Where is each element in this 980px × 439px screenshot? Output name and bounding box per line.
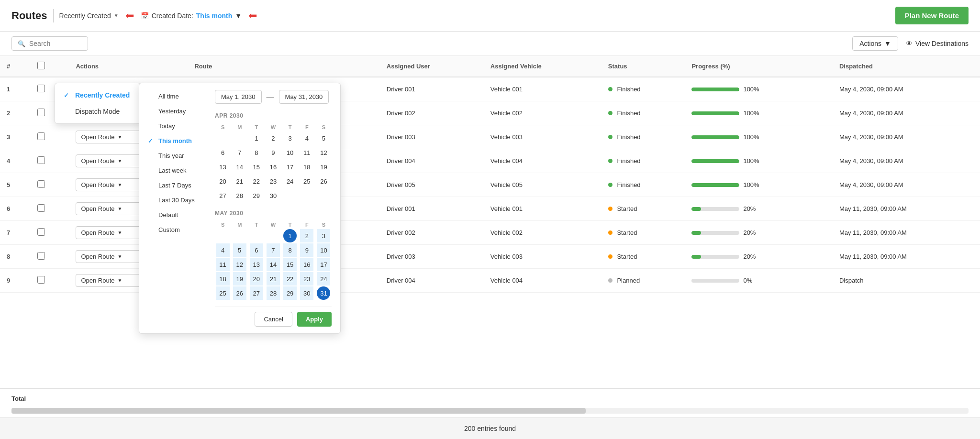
cal-day-cell[interactable]: 9: [267, 146, 280, 159]
sort-dropdown[interactable]: Recently Created ▼: [59, 12, 119, 20]
cal-day-cell[interactable]: 5: [317, 132, 330, 145]
row-dispatched: May 4, 2030, 09:00 AM: [833, 101, 980, 125]
cal-day-cell[interactable]: 21: [267, 272, 280, 285]
cal-day-cell[interactable]: 3: [283, 132, 297, 145]
row-checkbox[interactable]: [37, 85, 45, 92]
cal-day-cell[interactable]: 5: [233, 243, 246, 257]
date-option-last-week[interactable]: Last week: [139, 163, 206, 178]
search-box[interactable]: 🔍: [11, 36, 88, 51]
date-option-this-year[interactable]: This year: [139, 148, 206, 163]
cal-day-cell[interactable]: 4: [216, 243, 230, 257]
sort-menu-item-recently-created[interactable]: ✓ Recently Created: [55, 87, 140, 103]
cal-day-cell[interactable]: 26: [317, 175, 330, 188]
cal-day-cell[interactable]: 23: [300, 272, 313, 285]
cal-day-cell[interactable]: 21: [233, 175, 246, 188]
cal-day-cell[interactable]: 8: [250, 146, 263, 159]
cal-day-cell[interactable]: 15: [283, 258, 297, 271]
cal-day-cell[interactable]: 1: [250, 132, 263, 145]
date-option-all-time[interactable]: All time: [139, 89, 206, 104]
cal-day-cell[interactable]: 2: [300, 229, 313, 242]
cal-day-cell[interactable]: 24: [317, 272, 330, 285]
cal-day-cell[interactable]: 7: [267, 243, 280, 257]
plan-route-button[interactable]: Plan New Route: [895, 7, 969, 24]
cal-day-cell[interactable]: 14: [267, 258, 280, 271]
cal-day-cell[interactable]: 11: [300, 146, 313, 159]
date-range-separator: —: [267, 93, 274, 101]
cal-day-cell[interactable]: 10: [283, 146, 297, 159]
calendar-apply-button[interactable]: Apply: [297, 312, 332, 327]
cal-day-cell[interactable]: 12: [233, 258, 246, 271]
cal-day-cell[interactable]: 19: [233, 272, 246, 285]
cal-day-cell[interactable]: 15: [250, 160, 263, 174]
date-option-last-7-days[interactable]: Last 7 Days: [139, 178, 206, 193]
cal-day-cell[interactable]: 10: [317, 243, 330, 257]
cal-day-cell[interactable]: 23: [267, 175, 280, 188]
day-header-s1: S: [215, 123, 231, 132]
row-checkbox[interactable]: [37, 180, 45, 188]
cal-day-cell[interactable]: 17: [283, 160, 297, 174]
cal-day-cell[interactable]: 22: [283, 272, 297, 285]
cal-day-cell[interactable]: 18: [300, 160, 313, 174]
cal-day-cell[interactable]: 22: [250, 175, 263, 188]
cal-day-cell[interactable]: 20: [216, 175, 230, 188]
actions-button[interactable]: Actions ▼: [852, 36, 898, 51]
sort-menu[interactable]: ✓ Recently Created Dispatch Mode: [55, 83, 141, 124]
cal-day-cell[interactable]: 6: [250, 243, 263, 257]
row-checkbox[interactable]: [37, 132, 45, 140]
row-checkbox[interactable]: [37, 156, 45, 164]
date-option-yesterday[interactable]: Yesterday: [139, 104, 206, 119]
cal-day-cell[interactable]: 11: [216, 258, 230, 271]
date-filter[interactable]: 📅 Created Date: This month ▼: [141, 12, 242, 20]
cal-empty-cell: [233, 132, 246, 145]
scroll-bar[interactable]: [11, 408, 969, 414]
cal-day-cell[interactable]: 30: [300, 286, 313, 300]
cal-day-cell[interactable]: 30: [267, 189, 280, 202]
cal-day-cell[interactable]: 9: [300, 243, 313, 257]
row-checkbox[interactable]: [37, 109, 45, 116]
cal-day-cell[interactable]: 29: [283, 286, 297, 300]
search-input[interactable]: [29, 40, 77, 47]
cal-day-cell[interactable]: 14: [233, 160, 246, 174]
cal-day-cell[interactable]: 25: [300, 175, 313, 188]
cal-day-cell[interactable]: 27: [216, 189, 230, 202]
cal-day-cell[interactable]: 1: [283, 229, 297, 242]
cal-day-cell[interactable]: 7: [233, 146, 246, 159]
select-all-checkbox[interactable]: [37, 62, 45, 69]
cal-day-cell[interactable]: 28: [233, 189, 246, 202]
row-checkbox[interactable]: [37, 228, 45, 236]
cal-day-cell[interactable]: 17: [317, 258, 330, 271]
cal-day-cell[interactable]: 31: [317, 286, 330, 300]
cal-day-cell[interactable]: 20: [250, 272, 263, 285]
sort-menu-item-dispatch-mode[interactable]: Dispatch Mode: [55, 103, 140, 120]
cal-day-cell[interactable]: 6: [216, 146, 230, 159]
date-option-custom[interactable]: Custom: [139, 222, 206, 237]
row-checkbox[interactable]: [37, 252, 45, 260]
cal-day-cell[interactable]: 3: [317, 229, 330, 242]
cal-day-cell[interactable]: 26: [233, 286, 246, 300]
cal-day-cell[interactable]: 24: [283, 175, 297, 188]
cal-day-cell[interactable]: 25: [216, 286, 230, 300]
cal-day-cell[interactable]: 2: [267, 132, 280, 145]
cal-day-cell[interactable]: 8: [283, 243, 297, 257]
start-date-input[interactable]: May 1, 2030: [215, 90, 262, 104]
cal-day-cell[interactable]: 4: [300, 132, 313, 145]
cal-day-cell[interactable]: 28: [267, 286, 280, 300]
cal-day-cell[interactable]: 13: [250, 258, 263, 271]
cal-day-cell[interactable]: 16: [300, 258, 313, 271]
row-checkbox[interactable]: [37, 204, 45, 212]
calendar-cancel-button[interactable]: Cancel: [255, 312, 292, 327]
date-option-last-30-days[interactable]: Last 30 Days: [139, 193, 206, 208]
date-option-default[interactable]: Default: [139, 208, 206, 222]
cal-day-cell[interactable]: 16: [267, 160, 280, 174]
cal-day-cell[interactable]: 27: [250, 286, 263, 300]
cal-day-cell[interactable]: 12: [317, 146, 330, 159]
view-destinations-button[interactable]: 👁 View Destinations: [906, 40, 969, 47]
date-option-this-month[interactable]: ✓ This month: [139, 133, 206, 148]
row-checkbox[interactable]: [37, 276, 45, 284]
end-date-input[interactable]: May 31, 2030: [279, 90, 329, 104]
cal-day-cell[interactable]: 29: [250, 189, 263, 202]
cal-day-cell[interactable]: 18: [216, 272, 230, 285]
cal-day-cell[interactable]: 13: [216, 160, 230, 174]
cal-day-cell[interactable]: 19: [317, 160, 330, 174]
date-option-today[interactable]: Today: [139, 119, 206, 133]
